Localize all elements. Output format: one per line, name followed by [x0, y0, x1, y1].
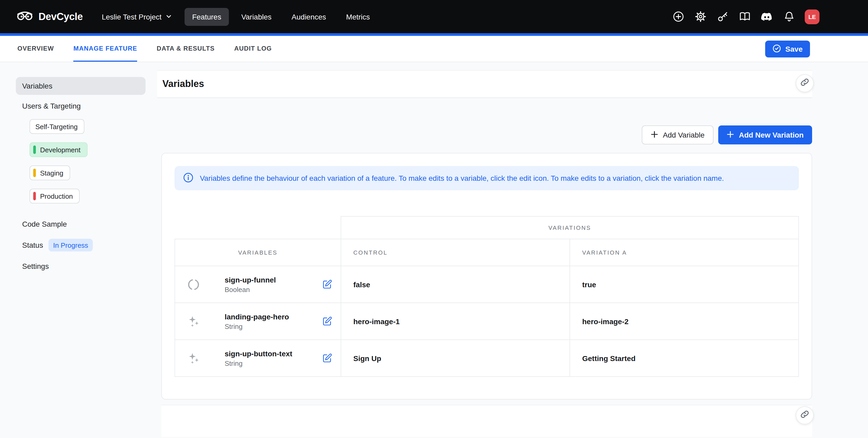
- env-pill-production[interactable]: Production: [30, 189, 80, 203]
- col-header-control[interactable]: CONTROL: [341, 239, 570, 266]
- boolean-type-icon: [175, 277, 212, 291]
- sidebar-item-variables[interactable]: Variables: [16, 77, 146, 95]
- next-section-header: [161, 405, 812, 437]
- main-panel: Variables Add Variable: [157, 62, 868, 437]
- variations-group-header: VARIATIONS: [341, 216, 799, 239]
- feature-tabs: OVERVIEW MANAGE FEATURE DATA & RESULTS A…: [18, 36, 272, 62]
- status-badge: In Progress: [48, 239, 93, 251]
- key-icon[interactable]: [716, 10, 729, 23]
- table-row: sign-up-button-text String: [175, 340, 799, 377]
- edit-variable-icon[interactable]: [322, 279, 332, 290]
- variation-a-value: hero-image-2: [570, 303, 799, 340]
- control-value: hero-image-1: [341, 303, 570, 340]
- sidebar-item-code-sample[interactable]: Code Sample: [16, 215, 146, 233]
- devcycle-logo[interactable]: DevCycle: [16, 9, 83, 24]
- env-color-bar: [33, 169, 36, 177]
- add-variable-label: Add Variable: [663, 131, 705, 139]
- link-icon: [801, 410, 809, 420]
- tab-manage-feature[interactable]: MANAGE FEATURE: [73, 36, 137, 62]
- edit-variable-icon[interactable]: [322, 316, 332, 326]
- nav-metrics[interactable]: Metrics: [339, 8, 377, 26]
- plus-icon: [727, 130, 734, 139]
- add-variable-button[interactable]: Add Variable: [642, 126, 713, 144]
- add-new-variation-label: Add New Variation: [739, 131, 804, 139]
- devcycle-goggles-icon: [16, 9, 34, 24]
- nav-features[interactable]: Features: [185, 8, 229, 26]
- table-corner-spacer: [175, 216, 341, 239]
- variation-a-value: true: [570, 266, 799, 303]
- check-circle-icon: [773, 44, 781, 54]
- env-label: Staging: [40, 169, 63, 177]
- add-new-variation-button[interactable]: Add New Variation: [718, 126, 812, 144]
- section-header: Variables: [157, 70, 812, 98]
- variables-card: Variables define the behaviour of each v…: [161, 153, 812, 400]
- user-avatar[interactable]: LE: [805, 9, 819, 24]
- variable-type: String: [225, 322, 289, 330]
- tab-data-results[interactable]: DATA & RESULTS: [157, 36, 215, 62]
- string-type-icon: [175, 351, 212, 365]
- accent-strip: [0, 33, 868, 36]
- tab-overview[interactable]: OVERVIEW: [18, 36, 54, 62]
- sidebar-item-status[interactable]: Status In Progress: [16, 236, 146, 254]
- info-icon: [183, 172, 193, 184]
- sidebar-item-users-targeting[interactable]: Users & Targeting: [16, 97, 146, 115]
- book-icon[interactable]: [738, 10, 751, 23]
- nav-variables[interactable]: Variables: [234, 8, 279, 26]
- save-label: Save: [785, 45, 803, 53]
- table-row: landing-page-hero String: [175, 303, 799, 340]
- env-pill-self-targeting[interactable]: Self-Targeting: [30, 119, 84, 134]
- bell-icon[interactable]: [782, 10, 795, 23]
- variable-name: sign-up-button-text: [225, 349, 292, 358]
- link-icon: [801, 78, 809, 89]
- edit-variable-icon[interactable]: [322, 353, 332, 363]
- plus-circle-icon[interactable]: [672, 10, 684, 23]
- app-root: DevCycle Leslie Test Project Features Va…: [0, 0, 868, 438]
- variable-name: landing-page-hero: [225, 312, 289, 321]
- project-selector[interactable]: Leslie Test Project: [102, 12, 172, 21]
- env-label: Production: [40, 192, 73, 200]
- project-name: Leslie Test Project: [102, 12, 162, 21]
- discord-icon[interactable]: [761, 10, 773, 23]
- brand-name: DevCycle: [38, 11, 83, 23]
- env-pill-development[interactable]: Development: [30, 142, 87, 157]
- bottom-link-button[interactable]: [796, 406, 814, 424]
- env-label: Development: [40, 146, 81, 154]
- env-color-bar: [33, 145, 36, 154]
- control-value: Sign Up: [341, 340, 570, 377]
- gear-icon[interactable]: [694, 10, 707, 23]
- table-row: sign-up-funnel Boolean: [175, 266, 799, 303]
- environment-list: Self-Targeting Development Staging Produ…: [30, 119, 157, 212]
- variation-a-value: Getting Started: [570, 340, 799, 377]
- control-value: false: [341, 266, 570, 303]
- plus-icon: [651, 130, 658, 139]
- env-pill-staging[interactable]: Staging: [30, 166, 70, 180]
- variables-table: VARIATIONS VARIABLES CONTROL VARIATION A: [175, 216, 799, 377]
- feature-tabbar: OVERVIEW MANAGE FEATURE DATA & RESULTS A…: [0, 36, 868, 62]
- col-header-variation-a[interactable]: VARIATION A: [570, 239, 799, 266]
- env-color-bar: [33, 192, 36, 200]
- feature-sidebar: Variables Users & Targeting Self-Targeti…: [0, 62, 157, 437]
- save-button[interactable]: Save: [766, 41, 810, 58]
- info-alert-text: Variables define the behaviour of each v…: [200, 174, 724, 182]
- variable-name: sign-up-funnel: [225, 275, 276, 284]
- env-label: Self-Targeting: [35, 123, 78, 130]
- variable-type: String: [225, 359, 292, 367]
- content: Variables Users & Targeting Self-Targeti…: [0, 62, 868, 437]
- string-type-icon: [175, 314, 212, 328]
- primary-nav: Features Variables Audiences Metrics: [185, 8, 377, 26]
- tab-audit-log[interactable]: AUDIT LOG: [234, 36, 272, 62]
- status-label: Status: [22, 241, 43, 249]
- sidebar-item-settings[interactable]: Settings: [16, 257, 146, 275]
- navbar-actions: LE: [672, 9, 819, 24]
- table-actions: Add Variable Add New Variation: [157, 126, 812, 144]
- col-header-variables: VARIABLES: [175, 239, 341, 266]
- page-title: Variables: [162, 78, 204, 90]
- variable-type: Boolean: [225, 285, 276, 293]
- chevron-down-icon: [166, 12, 172, 21]
- top-navbar: DevCycle Leslie Test Project Features Va…: [0, 0, 868, 33]
- header-link-button[interactable]: [796, 74, 814, 92]
- nav-audiences[interactable]: Audiences: [284, 8, 334, 26]
- info-alert: Variables define the behaviour of each v…: [175, 166, 799, 190]
